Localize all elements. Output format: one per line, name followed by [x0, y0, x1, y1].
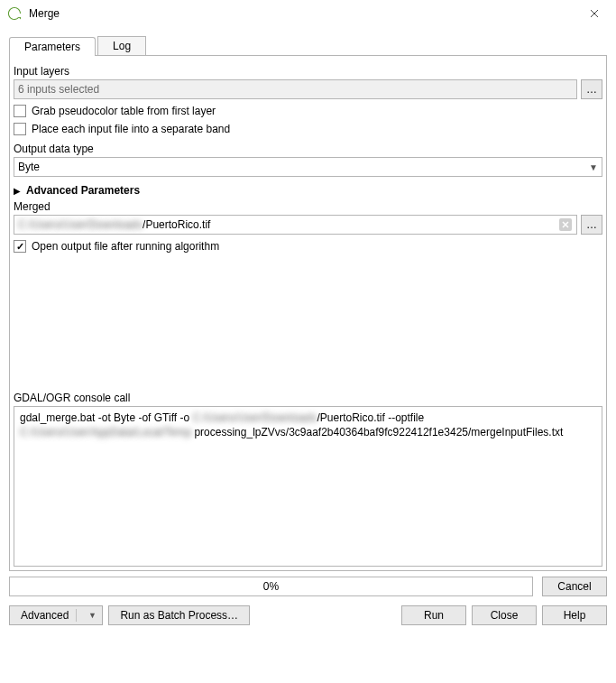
advanced-parameters-toggle[interactable]: ▶ Advanced Parameters — [14, 184, 602, 197]
console-text-1: gdal_merge.bat -ot Byte -of GTiff -o — [20, 411, 192, 424]
app-logo-icon — [7, 6, 22, 21]
chevron-down-icon: ▼ — [87, 611, 97, 620]
open-after-checkbox[interactable] — [14, 240, 26, 253]
advanced-button-label: Advanced — [21, 609, 69, 622]
progress-percent: 0% — [263, 580, 279, 593]
console-redacted-2: C:/Users/User/AppData/Local/Temp — [20, 425, 191, 439]
output-type-select[interactable]: Byte ▼ — [14, 157, 602, 177]
advanced-button-separator — [76, 609, 77, 622]
input-layers-field[interactable] — [14, 79, 577, 99]
cancel-button[interactable]: Cancel — [542, 577, 607, 596]
run-button[interactable]: Run — [401, 605, 466, 625]
console-redacted-1: C:/Users/User/Downloads — [192, 411, 317, 425]
merged-path-redacted: C:/Users/User/Downloads — [18, 218, 143, 231]
window-title: Merge — [29, 7, 60, 20]
close-button[interactable]: Close — [472, 605, 537, 625]
console-text-2: /PuertoRico.tif --optfile — [317, 411, 424, 424]
advanced-parameters-label: Advanced Parameters — [26, 184, 140, 197]
merged-output-field[interactable]: C:/Users/User/Downloads/PuertoRico.tif — [14, 215, 577, 235]
place-each-band-checkbox-row[interactable]: Place each input file into a separate ba… — [14, 123, 602, 135]
input-layers-label: Input layers — [14, 65, 602, 78]
progress-bar: 0% — [9, 577, 533, 596]
bottom-area: 0% Cancel Advanced ▼ Run as Batch Proces… — [0, 571, 616, 634]
console-call-label: GDAL/OGR console call — [14, 392, 602, 404]
panel-spacer — [14, 253, 602, 388]
chevron-down-icon: ▼ — [589, 162, 598, 172]
advanced-button[interactable]: Advanced ▼ — [9, 605, 103, 625]
merged-browse-button[interactable]: … — [581, 215, 602, 235]
parameters-panel: Input layers … Grab pseudocolor table fr… — [9, 56, 607, 571]
output-type-value: Byte — [18, 161, 40, 173]
tab-parameters[interactable]: Parameters — [9, 37, 96, 56]
titlebar: Merge — [0, 0, 616, 27]
input-layers-browse-button[interactable]: … — [581, 79, 602, 99]
triangle-right-icon: ▶ — [14, 186, 21, 196]
tab-bar: Parameters Log — [9, 36, 607, 56]
grab-pseudocolor-checkbox-row[interactable]: Grab pseudocolor table from first layer — [14, 105, 602, 117]
tab-log[interactable]: Log — [97, 36, 146, 55]
merged-path-visible: /PuertoRico.tif — [143, 218, 210, 231]
place-each-band-checkbox[interactable] — [14, 123, 26, 135]
run-batch-button[interactable]: Run as Batch Process… — [108, 605, 250, 625]
merged-label: Merged — [14, 200, 602, 213]
window-close-button[interactable] — [580, 0, 609, 27]
open-after-label: Open output file after running algorithm — [32, 240, 219, 253]
console-text-3: processing_lpZVvs/3c9aaf2b40364baf9fc922… — [194, 426, 563, 438]
output-type-label: Output data type — [14, 143, 602, 155]
grab-pseudocolor-checkbox[interactable] — [14, 105, 26, 117]
merged-clear-button[interactable] — [559, 218, 572, 231]
console-call-box[interactable]: gdal_merge.bat -ot Byte -of GTiff -o C:/… — [14, 406, 602, 567]
open-after-checkbox-row[interactable]: Open output file after running algorithm — [14, 240, 602, 253]
grab-pseudocolor-label: Grab pseudocolor table from first layer — [32, 105, 216, 117]
place-each-band-label: Place each input file into a separate ba… — [32, 123, 230, 135]
help-button[interactable]: Help — [542, 605, 607, 625]
